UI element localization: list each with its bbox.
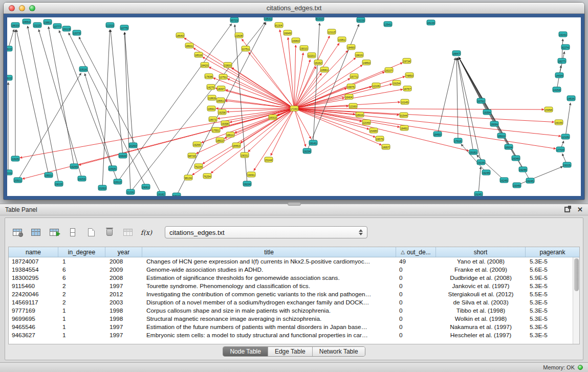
column-header-in-degree[interactable]: in_degree bbox=[58, 247, 105, 257]
merge-table-button[interactable] bbox=[121, 225, 135, 239]
column-header-year[interactable]: year bbox=[105, 247, 142, 257]
graph-node[interactable]: 1207395 bbox=[73, 30, 81, 36]
tab-edge-table[interactable]: Edge Table bbox=[268, 347, 312, 356]
graph-node[interactable]: 1925874 bbox=[218, 110, 227, 115]
table-row[interactable]: 2242004622012Investigating the contribut… bbox=[9, 290, 573, 298]
graph-node[interactable]: 1120205 bbox=[106, 23, 115, 28]
table-row[interactable]: 946362711997Embryonic stem cells: a mode… bbox=[9, 331, 573, 339]
graph-node[interactable]: 1485083 bbox=[362, 60, 371, 65]
graph-node[interactable]: 1624502 bbox=[500, 178, 509, 183]
graph-node[interactable]: 1915451 bbox=[303, 148, 312, 154]
graph-node[interactable]: 1077780 bbox=[53, 24, 62, 29]
graph-node[interactable]: 1861133 bbox=[226, 132, 235, 138]
graph-node[interactable]: 1918107 bbox=[469, 149, 478, 155]
graph-node[interactable]: 1453415 bbox=[567, 96, 576, 101]
graph-node[interactable]: 1603504 bbox=[555, 120, 563, 125]
table-row[interactable]: 969969511998Structural magnetic resonanc… bbox=[9, 315, 573, 323]
graph-node[interactable]: 1514451 bbox=[265, 157, 273, 163]
graph-node[interactable]: 2026263 bbox=[98, 185, 107, 191]
graph-node[interactable]: 1895751 bbox=[382, 144, 390, 150]
graph-node[interactable]: 1890442 bbox=[505, 144, 513, 150]
graph-node[interactable]: 1957584 bbox=[376, 136, 384, 142]
graph-node[interactable]: 1842004 bbox=[201, 62, 209, 68]
graph-node[interactable]: 1924505 bbox=[482, 170, 491, 176]
graph-node[interactable]: 1210645 bbox=[561, 134, 570, 140]
graph-node[interactable]: 1616251 bbox=[314, 60, 323, 65]
graph-node[interactable]: 2060650 bbox=[119, 153, 127, 159]
graph-node[interactable]: 1875751 bbox=[403, 86, 412, 92]
graph-node[interactable]: 2322551 bbox=[33, 23, 42, 28]
table-combobox[interactable]: citations_edges.txt bbox=[165, 226, 367, 238]
graph-node[interactable]: 2050135 bbox=[14, 178, 23, 183]
graph-node[interactable]: 8131074 bbox=[316, 17, 324, 21]
column-header-short[interactable]: short bbox=[436, 247, 526, 257]
graph-node[interactable]: 2261251 bbox=[114, 179, 122, 185]
graph-node[interactable]: 1604642 bbox=[512, 156, 520, 161]
graph-node[interactable]: 9873351 bbox=[188, 153, 197, 159]
column-header-out-degree[interactable]: △ out_de... bbox=[396, 247, 436, 257]
graph-node[interactable]: 1958182 bbox=[320, 67, 329, 73]
column-header-name[interactable]: name bbox=[9, 247, 58, 257]
graph-node[interactable]: 1595803 bbox=[545, 107, 553, 113]
graph-node[interactable]: 1913306 bbox=[357, 17, 365, 23]
graph-node[interactable]: 1077567 bbox=[120, 25, 129, 31]
graph-node[interactable]: 1724034 bbox=[290, 106, 299, 112]
splitter-handle[interactable] bbox=[288, 202, 301, 206]
graph-node[interactable]: 1813306 bbox=[427, 20, 435, 26]
table-row[interactable]: 1456911722003Disruption of a novel membe… bbox=[9, 298, 573, 307]
graph-node[interactable]: 1095142 bbox=[338, 37, 346, 42]
graph-node[interactable]: 1891627 bbox=[356, 112, 364, 118]
graph-node[interactable]: 1210642 bbox=[372, 83, 381, 89]
graph-node[interactable]: 1939871 bbox=[221, 121, 230, 126]
graph-node[interactable]: 1950165 bbox=[45, 172, 53, 178]
table-row[interactable]: 977716911998Corpus callosum shape and si… bbox=[9, 307, 573, 315]
close-panel-icon[interactable]: ✕ bbox=[577, 206, 583, 213]
graph-node[interactable]: 2280058 bbox=[224, 62, 232, 68]
graph-node[interactable]: 9572301 bbox=[230, 17, 239, 23]
graph-node[interactable]: 1926671 bbox=[193, 142, 202, 147]
row-options-button[interactable] bbox=[66, 225, 80, 239]
graph-node[interactable]: 1275141 bbox=[219, 74, 228, 80]
new-file-button[interactable] bbox=[84, 225, 98, 239]
graph-node[interactable]: 1577117 bbox=[350, 74, 359, 79]
float-panel-icon[interactable] bbox=[564, 207, 570, 212]
graph-node[interactable]: 1443453 bbox=[555, 73, 564, 78]
graph-node[interactable]: 1846342 bbox=[232, 143, 241, 148]
graph-node[interactable]: 1755132 bbox=[212, 127, 221, 133]
graph-node[interactable]: 3220171 bbox=[308, 53, 316, 58]
table-row[interactable]: 1872400712008Changes of HCN gene express… bbox=[9, 257, 573, 266]
graph-node[interactable]: 1954104 bbox=[264, 17, 273, 21]
graph-node[interactable]: 2122621 bbox=[126, 189, 135, 195]
graph-node[interactable]: 1827741 bbox=[558, 58, 567, 64]
graph-node[interactable]: 1851842 bbox=[194, 52, 203, 58]
graph-node[interactable]: 1849059 bbox=[347, 45, 356, 50]
graph-node[interactable]: 1696091 bbox=[292, 38, 300, 43]
graph-node[interactable]: 1791817 bbox=[454, 138, 463, 144]
graph-node[interactable]: 9227411 bbox=[561, 45, 570, 50]
graph-node[interactable]: 2275141 bbox=[242, 46, 250, 52]
close-window-button[interactable] bbox=[9, 5, 15, 11]
graph-node[interactable]: 1086153 bbox=[43, 19, 52, 25]
graph-node[interactable]: 1687513 bbox=[347, 84, 356, 90]
graph-node[interactable]: 7625444 bbox=[203, 173, 212, 179]
graph-node[interactable]: 1864058 bbox=[176, 33, 185, 38]
graph-node[interactable]: 2060350 bbox=[7, 75, 13, 81]
graph-node[interactable]: 1664991 bbox=[284, 30, 292, 36]
window-titlebar[interactable]: citations_edges.txt bbox=[4, 3, 584, 14]
graph-node[interactable]: 1973458 bbox=[403, 58, 411, 64]
graph-node[interactable]: 1955430 bbox=[23, 19, 31, 25]
graph-node[interactable]: 2260858 bbox=[235, 33, 244, 38]
graph-node[interactable]: 1924512 bbox=[526, 178, 535, 184]
graph-node[interactable]: 1254104 bbox=[384, 21, 393, 27]
graph-node[interactable]: 1914145 bbox=[309, 140, 318, 146]
graph-node[interactable]: 8130474 bbox=[275, 23, 284, 28]
graph-node[interactable]: 1860121 bbox=[185, 43, 194, 49]
graph-node[interactable]: 7623448 bbox=[194, 164, 203, 169]
column-header-title[interactable]: title bbox=[142, 247, 396, 257]
graph-node[interactable]: 1931542 bbox=[563, 162, 572, 168]
graph-node[interactable]: 1914109 bbox=[559, 32, 568, 37]
graph-node[interactable]: 1915442 bbox=[393, 80, 401, 86]
graph-node[interactable]: 9462711 bbox=[172, 193, 181, 196]
graph-node[interactable]: 1216042 bbox=[349, 103, 358, 109]
graph-node[interactable]: 1911383 bbox=[62, 26, 71, 32]
